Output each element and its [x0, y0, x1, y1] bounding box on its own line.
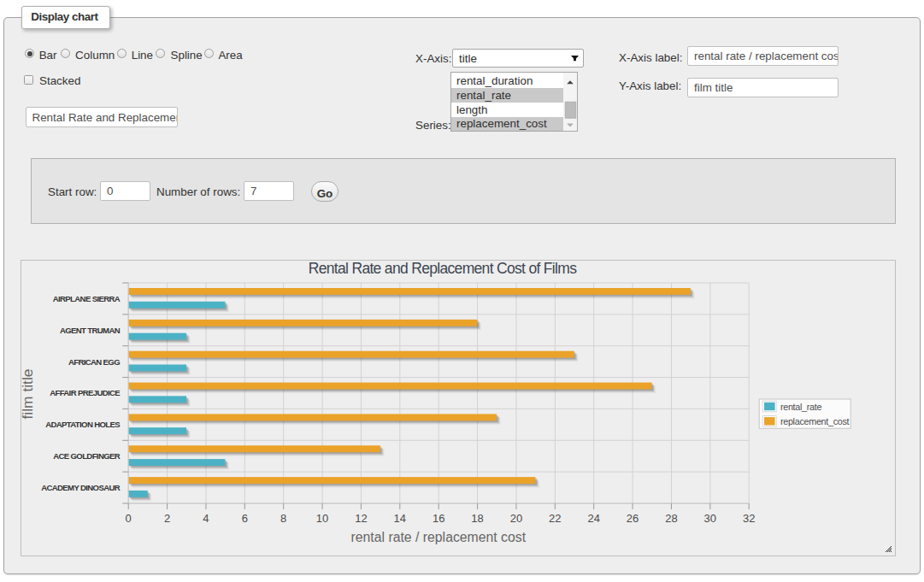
svg-text:0: 0: [126, 512, 132, 525]
svg-text:18: 18: [471, 512, 483, 525]
svg-text:2: 2: [164, 512, 170, 525]
svg-text:4: 4: [203, 512, 209, 525]
svg-text:ADAPTATION HOLES: ADAPTATION HOLES: [45, 420, 121, 429]
svg-text:rental rate / replacement cost: rental rate / replacement cost: [351, 530, 527, 544]
svg-text:6: 6: [242, 512, 248, 525]
svg-text:film title: film title: [21, 369, 36, 420]
svg-text:AIRPLANE SIERRA: AIRPLANE SIERRA: [53, 294, 121, 303]
svg-text:rental_rate: rental_rate: [780, 402, 822, 412]
svg-text:28: 28: [665, 512, 677, 525]
svg-text:24: 24: [587, 512, 599, 525]
svg-text:AGENT TRUMAN: AGENT TRUMAN: [60, 326, 121, 335]
svg-text:20: 20: [510, 512, 522, 525]
svg-text:AFRICAN EGG: AFRICAN EGG: [68, 357, 120, 367]
svg-text:Rental Rate and Replacement Co: Rental Rate and Replacement Cost of Film…: [309, 261, 577, 277]
svg-text:26: 26: [627, 512, 639, 525]
svg-text:14: 14: [394, 512, 406, 525]
svg-text:30: 30: [704, 512, 716, 525]
svg-text:AFFAIR PREJUDICE: AFFAIR PREJUDICE: [50, 388, 121, 397]
svg-text:8: 8: [280, 512, 286, 525]
svg-text:replacement_cost: replacement_cost: [780, 416, 850, 426]
svg-text:10: 10: [316, 512, 328, 525]
svg-text:22: 22: [549, 512, 561, 525]
svg-text:16: 16: [433, 512, 444, 525]
svg-text:ACADEMY DINOSAUR: ACADEMY DINOSAUR: [41, 483, 120, 492]
svg-text:32: 32: [743, 512, 755, 525]
svg-text:12: 12: [355, 512, 367, 525]
svg-text:ACE GOLDFINGER: ACE GOLDFINGER: [53, 451, 120, 461]
